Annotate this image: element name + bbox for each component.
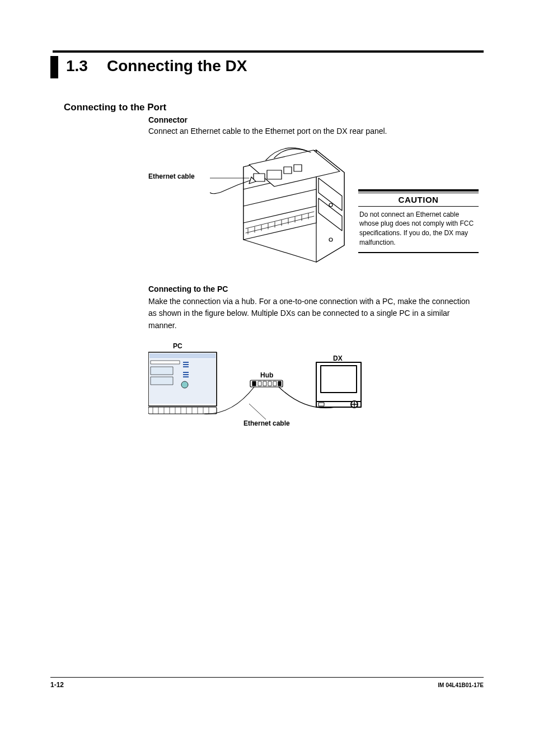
paragraph-connector: Connect an Ethernet cable to the Etherne…	[148, 125, 479, 138]
svg-rect-36	[268, 381, 271, 386]
caution-rule-bottom	[358, 252, 479, 253]
page-number: 1-12	[50, 681, 64, 689]
caution-rule-top	[358, 189, 479, 192]
figure-dx-rear: Ethernet cable	[148, 144, 479, 273]
label-ethernet-cable-2: Ethernet cable	[243, 419, 290, 427]
label-dx: DX	[333, 354, 343, 362]
svg-rect-1	[267, 170, 282, 179]
svg-rect-37	[273, 381, 277, 386]
caution-body: Do not connect an Ethernet cable whose p…	[358, 207, 479, 252]
svg-rect-33	[252, 381, 256, 386]
dx-rear-illustration	[210, 144, 355, 273]
title-row: 1.3 Connecting the DX	[50, 57, 484, 78]
title-top-rule	[53, 50, 484, 53]
svg-rect-2	[284, 167, 292, 174]
heading-connecting-port: Connecting to the Port	[64, 102, 484, 113]
label-hub: Hub	[260, 371, 273, 379]
label-ethernet-cable: Ethernet cable	[148, 172, 195, 180]
heading-connecting-pc: Connecting to the PC	[148, 284, 484, 293]
svg-rect-40	[321, 366, 357, 393]
svg-rect-35	[263, 381, 266, 386]
label-pc: PC	[173, 342, 182, 350]
svg-rect-3	[294, 165, 302, 171]
svg-point-5	[329, 238, 332, 241]
svg-rect-11	[151, 367, 173, 375]
svg-point-18	[181, 381, 188, 388]
svg-point-4	[329, 203, 332, 207]
document-id: IM 04L41B01-17E	[438, 682, 484, 688]
svg-rect-42	[318, 403, 324, 406]
svg-rect-38	[278, 381, 281, 386]
section-number: 1.3	[66, 57, 88, 75]
svg-rect-34	[258, 381, 261, 386]
svg-rect-10	[151, 361, 180, 364]
caution-box: CAUTION Do not connect an Ethernet cable…	[358, 189, 479, 253]
paragraph-connecting-pc: Make the connection via a hub. For a one…	[148, 296, 479, 332]
svg-rect-19	[151, 377, 173, 385]
title-side-bar	[50, 56, 58, 78]
heading-connector: Connector	[148, 115, 484, 124]
svg-rect-7	[149, 353, 216, 358]
figure-network-topology: PC Hub DX Ethernet cable	[148, 342, 417, 437]
svg-rect-0	[254, 174, 265, 181]
caution-title: CAUTION	[358, 193, 479, 207]
section-title: Connecting the DX	[107, 57, 247, 75]
page-footer: 1-12 IM 04L41B01-17E	[50, 677, 484, 689]
